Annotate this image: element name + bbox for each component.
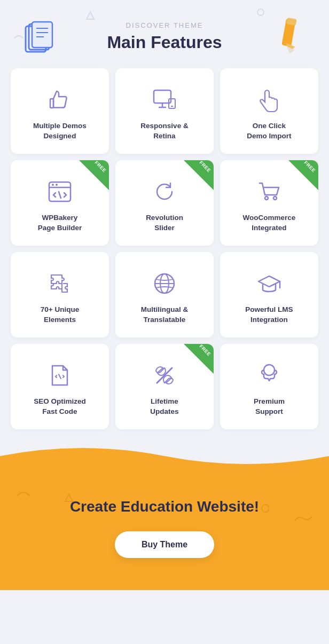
puzzle-icon — [46, 270, 74, 297]
svg-point-24 — [273, 197, 277, 200]
deco-triangle — [85, 11, 95, 22]
svg-rect-12 — [50, 99, 53, 108]
cart-icon — [255, 178, 283, 206]
feature-card-multiple-demos: Multiple DemosDesigned — [11, 68, 109, 154]
svg-point-32 — [264, 365, 275, 375]
deco-circle — [256, 8, 265, 19]
feature-card-lifetime-updates: FREE LifetimeUpdates — [115, 344, 214, 429]
feature-label-lifetime-updates: LifetimeUpdates — [150, 397, 178, 417]
svg-point-21 — [56, 184, 58, 186]
svg-point-23 — [265, 197, 268, 200]
feature-label-one-click-demo: One ClickDemo Import — [247, 121, 291, 142]
cta-title: Create Education Website! — [11, 498, 318, 515]
support-icon — [255, 362, 283, 389]
svg-line-30 — [59, 374, 61, 379]
thumbs-up-icon — [46, 86, 74, 114]
buy-theme-button[interactable]: Buy Theme — [115, 531, 214, 558]
globe-icon — [151, 270, 178, 297]
feature-card-woocommerce: FREE WooCommerceIntegrated — [220, 160, 318, 246]
free-badge-revolution — [184, 160, 214, 190]
svg-point-11 — [257, 9, 264, 15]
feature-label-lms: Powerful LMSIntegration — [245, 305, 293, 325]
feature-card-lms: Powerful LMSIntegration — [220, 252, 318, 337]
feature-label-seo: SEO OptimizedFast Code — [34, 397, 86, 417]
header-section: DISCOVER THEME Main Features — [0, 0, 329, 63]
deco-arc — [13, 32, 24, 42]
cta-deco-tilde — [294, 514, 313, 525]
book-icon — [21, 19, 60, 59]
svg-rect-2 — [32, 22, 52, 48]
svg-marker-28 — [258, 276, 280, 287]
feature-label-unique-elements: 70+ UniqueElements — [41, 305, 79, 325]
pointer-icon — [255, 86, 283, 114]
svg-marker-10 — [87, 12, 94, 19]
cta-deco-arc — [16, 488, 31, 499]
cta-section: Create Education Website! Buy Theme — [0, 472, 329, 590]
feature-label-multilingual: Multilingual &Translatable — [141, 305, 189, 325]
wave-transition — [0, 440, 329, 472]
features-grid-section: Multiple DemosDesigned Responsive &Retin… — [0, 63, 329, 440]
free-badge-lifetime — [184, 344, 214, 374]
feature-label-wpbakery: WPBakeryPage Builder — [38, 213, 82, 233]
feature-card-responsive-retina: Responsive &Retina — [115, 68, 214, 154]
feature-card-revolution-slider: FREE RevolutionSlider — [115, 160, 214, 246]
free-badge-woocommerce — [288, 160, 318, 190]
features-grid: Multiple DemosDesigned Responsive &Retin… — [11, 68, 318, 429]
feature-card-one-click-demo: One ClickDemo Import — [220, 68, 318, 154]
free-badge-wpbakery — [79, 160, 109, 190]
feature-card-wpbakery: FREE WPBakeryPage Builder — [11, 160, 109, 246]
feature-label-premium-support: PremiumSupport — [254, 397, 285, 417]
wrench-cross-icon — [151, 362, 178, 389]
pencil-icon — [276, 16, 308, 56]
feature-card-premium-support: PremiumSupport — [220, 344, 318, 429]
graduation-icon — [255, 270, 283, 297]
feature-card-seo: SEO OptimizedFast Code — [11, 344, 109, 429]
feature-card-unique-elements: 70+ UniqueElements — [11, 252, 109, 337]
feature-label-revolution-slider: RevolutionSlider — [146, 213, 183, 233]
seo-file-icon — [46, 362, 74, 389]
feature-label-woocommerce: WooCommerceIntegrated — [243, 213, 296, 233]
svg-point-20 — [52, 184, 54, 186]
monitor-icon — [151, 86, 178, 114]
feature-label-multiple-demos: Multiple DemosDesigned — [33, 121, 87, 142]
svg-line-22 — [59, 192, 61, 198]
feature-card-multilingual: Multilingual &Translatable — [115, 252, 214, 337]
refresh-icon — [151, 178, 178, 206]
feature-label-responsive-retina: Responsive &Retina — [140, 121, 188, 142]
code-window-icon — [46, 178, 74, 206]
